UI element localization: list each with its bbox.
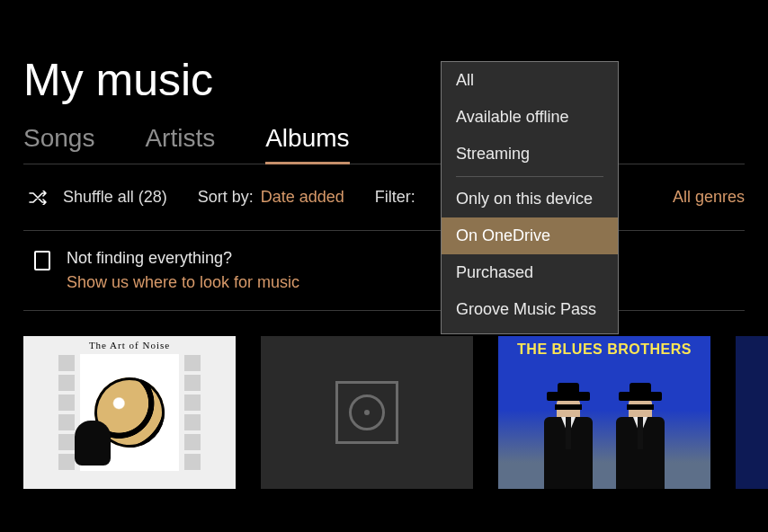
album-placeholder-icon [335,381,398,444]
filter-option[interactable]: Groove Music Pass [442,291,618,328]
album-tile[interactable] [261,336,473,489]
sort-by-control[interactable]: Sort by: Date added [198,188,344,207]
album-tile[interactable]: The Art of Noise [23,336,236,489]
tab-albums[interactable]: Albums [265,124,349,164]
filter-option[interactable]: All [442,62,618,99]
genre-filter-link[interactable]: All genres [673,188,745,207]
tab-artists[interactable]: Artists [145,124,215,164]
filter-option[interactable]: Streaming [442,136,618,173]
filter-option[interactable]: Purchased [442,254,618,291]
shuffle-icon [29,191,47,205]
page-title: My music [23,54,745,106]
shuffle-all-button[interactable]: Shuffle all (28) [29,188,167,207]
albums-row: The Art of Noise [23,336,745,489]
toolbar: Shuffle all (28) Sort by: Date added Fil… [23,164,745,231]
filter-label: Filter: [375,188,415,207]
tabs: Songs Artists Albums [23,124,745,164]
shuffle-label: Shuffle all (28) [63,188,167,207]
filter-option[interactable]: Available offline [442,99,618,136]
filter-control[interactable]: Filter: [375,188,415,207]
filter-option[interactable]: Only on this device [442,181,618,217]
album-tile[interactable]: THE BLUES BROTHERS [498,336,710,489]
device-icon [34,251,50,270]
sort-by-label: Sort by: [198,188,254,207]
album-caption: THE BLUES BROTHERS [517,341,692,358]
album-caption: The Art of Noise [89,340,170,350]
hint-show-locations-link[interactable]: Show us where to look for music [67,273,299,292]
hint-bar: Not finding everything? Show us where to… [23,231,745,311]
filter-option[interactable]: On OneDrive [442,217,618,254]
album-tile[interactable]: ✦ [736,336,768,489]
sort-by-value: Date added [261,188,344,207]
filter-dropdown-menu: AllAvailable offlineStreamingOnly on thi… [441,61,619,334]
hint-text-line1: Not finding everything? [67,249,299,268]
menu-separator [456,176,603,177]
tab-songs[interactable]: Songs [23,124,94,164]
